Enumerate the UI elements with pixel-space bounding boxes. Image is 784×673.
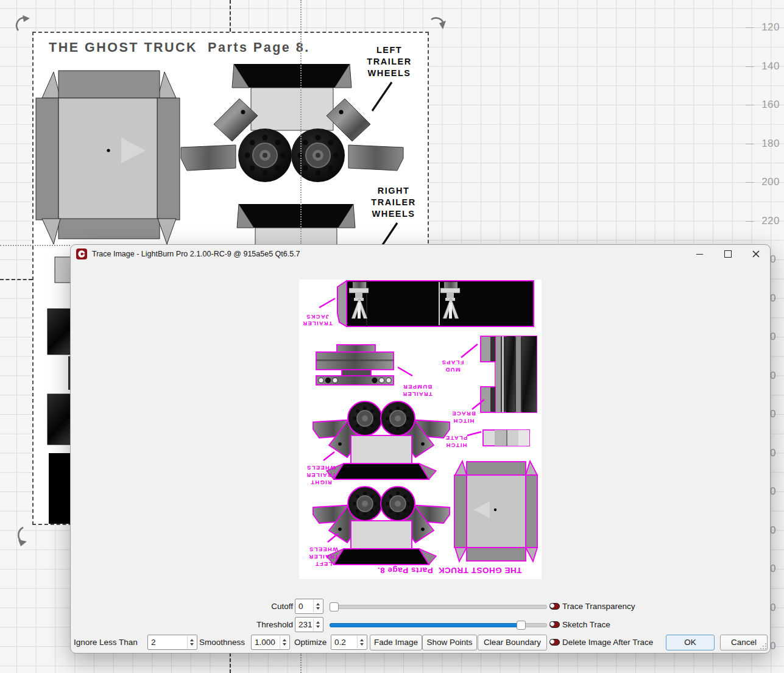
cutoff-value: 0 <box>298 602 303 611</box>
dialog-titlebar[interactable]: Trace Image - LightBurn Pro 2.1.00-RC-9 … <box>71 245 770 263</box>
ignore-less-than-label: Ignore Less Than <box>74 634 138 650</box>
rotate-handle-icon[interactable] <box>13 525 33 547</box>
svg-text:WHEELS: WHEELS <box>367 68 411 78</box>
close-button[interactable] <box>746 245 766 263</box>
threshold-row: Threshold 231 Sketch Trace <box>71 616 770 633</box>
hitch-plate-part <box>483 430 529 446</box>
lightburn-app-icon <box>76 248 87 259</box>
svg-text:TRAILER: TRAILER <box>306 472 336 479</box>
trace-preview[interactable]: TRAILER JACKS TRAILER BUMPER <box>299 280 542 579</box>
trace-preview-art: TRAILER JACKS TRAILER BUMPER <box>299 280 542 579</box>
mud-flaps-label: MUD FLAPS <box>441 359 464 373</box>
ruler-tick <box>746 27 754 28</box>
svg-text:PLATE: PLATE <box>445 435 467 442</box>
options-row: Ignore Less Than 2 Smoothness 1.000 Opti… <box>71 634 770 650</box>
cutoff-slider[interactable] <box>330 598 547 615</box>
smoothness-input[interactable]: 1.000 <box>251 635 290 650</box>
trailer-bumper-label: TRAILER BUMPER <box>402 384 433 398</box>
guide-line-horizontal <box>0 279 32 280</box>
svg-text:TRAILER: TRAILER <box>367 57 411 66</box>
guide-line-vertical <box>230 0 231 32</box>
label-leader-line <box>383 223 397 245</box>
crosshair-guide-vertical <box>300 0 302 244</box>
ruler-partial-digit: 0 <box>770 253 775 266</box>
mud-flaps-part <box>481 336 537 412</box>
svg-text:FLAPS: FLAPS <box>441 359 464 366</box>
resize-grip[interactable] <box>759 642 768 650</box>
ruler-label: 200 <box>750 176 780 188</box>
threshold-input[interactable]: 231 <box>295 617 323 632</box>
cutoff-label: Cutoff <box>217 598 293 615</box>
tire <box>238 129 292 182</box>
trace-transparency-toggle[interactable] <box>549 603 560 610</box>
delete-image-after-trace-label: Delete Image After Trace <box>562 634 653 650</box>
ignore-spinner[interactable] <box>187 636 196 649</box>
ignore-less-than-input[interactable]: 2 <box>147 635 197 650</box>
clear-boundary-button[interactable]: Clear Boundary <box>478 635 547 650</box>
threshold-slider-handle[interactable] <box>517 621 526 630</box>
ruler-partial-digit: 0 <box>770 408 775 420</box>
right-trailer-wheels-label: RIGHT TRAILER WHEELS <box>306 465 336 486</box>
svg-text:MUD: MUD <box>445 367 460 373</box>
sketch-trace-toggle[interactable] <box>549 621 560 628</box>
ruler-tick <box>746 182 754 183</box>
optimize-label: Optimize <box>294 634 327 650</box>
ignore-less-than-value: 2 <box>151 638 156 647</box>
delete-image-after-trace-toggle[interactable] <box>549 639 560 646</box>
smoothness-spinner[interactable] <box>280 636 289 649</box>
cutoff-spinner[interactable] <box>313 600 322 613</box>
ruler-partial-digit: 0 <box>770 640 775 652</box>
ruler-tick <box>746 105 754 105</box>
trace-transparency-label: Trace Transparency <box>562 598 635 615</box>
hitch-brace-label: HITCH BRACE <box>451 410 476 425</box>
minimize-button[interactable] <box>689 245 710 263</box>
rotate-handle-icon[interactable] <box>15 13 33 33</box>
cutoff-row: Cutoff 0 Trace Transparency <box>71 598 770 615</box>
cutoff-slider-handle[interactable] <box>330 602 339 611</box>
trailer-box-part <box>36 71 180 244</box>
svg-text:WHEELS: WHEELS <box>309 546 338 553</box>
optimize-value: 0.2 <box>334 638 346 647</box>
optimize-input[interactable]: 0.2 <box>331 635 367 650</box>
optimize-spinner[interactable] <box>357 636 366 649</box>
ruler-tick <box>746 66 754 67</box>
svg-text:TRAILER: TRAILER <box>402 391 433 398</box>
ruler-partial-digit: 0 <box>770 331 775 343</box>
sketch-trace-label: Sketch Trace <box>562 616 610 633</box>
page-title: THE GHOST TRUCK Parts Page 8. <box>49 40 310 55</box>
cutoff-input[interactable]: 0 <box>295 599 323 614</box>
ruler-partial-digit: 0 <box>770 447 775 459</box>
show-points-button[interactable]: Show Points <box>422 635 477 650</box>
ruler-tick <box>746 221 754 222</box>
ruler-label: 140 <box>750 60 780 72</box>
ruler-partial-digit: 0 <box>770 292 775 305</box>
svg-text:LEFT: LEFT <box>315 561 333 568</box>
ok-button[interactable]: OK <box>666 635 715 650</box>
svg-text:TRAILER: TRAILER <box>308 554 339 560</box>
svg-text:BRACE: BRACE <box>451 410 476 417</box>
svg-text:BUMPER: BUMPER <box>403 384 432 390</box>
ruler-partial-digit: 0 <box>770 602 775 614</box>
svg-text:JACKS: JACKS <box>306 314 329 320</box>
ruler-partial-digit: 0 <box>770 524 775 537</box>
trailer-box-part-traced <box>454 461 537 562</box>
threshold-spinner[interactable] <box>313 618 322 631</box>
threshold-label: Threshold <box>217 616 293 633</box>
hitch-plate-label: HITCH PLATE <box>445 435 467 449</box>
threshold-slider[interactable] <box>330 616 547 633</box>
left-trailer-wheels-label: LEFT TRAILER WHEELS <box>367 45 411 78</box>
svg-text:LEFT: LEFT <box>376 45 402 55</box>
svg-text:TRAILER: TRAILER <box>371 197 415 207</box>
crosshair-guide-vertical <box>300 653 302 673</box>
trace-image-dialog: Trace Image - LightBurn Pro 2.1.00-RC-9 … <box>70 244 771 654</box>
svg-text:RIGHT: RIGHT <box>310 479 332 486</box>
trailer-bumper-part <box>316 345 394 385</box>
trailer-jacks-part <box>337 281 534 326</box>
ruler-tick <box>746 144 754 144</box>
fade-image-button[interactable]: Fade Image <box>370 635 422 650</box>
smoothness-label: Smoothness <box>199 634 245 650</box>
svg-text:TRAILER: TRAILER <box>302 320 333 327</box>
label-leader-line <box>372 82 392 111</box>
maximize-button[interactable] <box>718 245 738 263</box>
rotate-handle-icon[interactable] <box>428 13 448 33</box>
